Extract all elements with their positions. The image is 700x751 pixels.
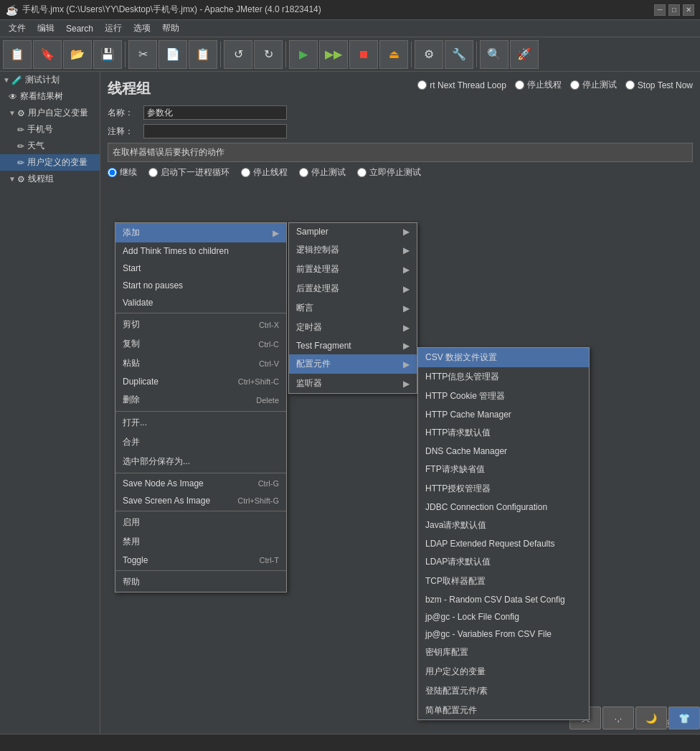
- toolbar-extra[interactable]: 🚀: [510, 40, 539, 69]
- ctx-item-merge[interactable]: 合并: [115, 433, 286, 452]
- toolbar-save[interactable]: 💾: [93, 40, 122, 69]
- menu-options[interactable]: 选项: [128, 21, 156, 36]
- sidebar-item-test-plan[interactable]: ▼ 🧪 测试计划: [0, 72, 100, 88]
- sidebar-item-user-defined[interactable]: ✏ 用户定义的变量: [0, 154, 100, 171]
- toolbar-sep-1: [125, 42, 126, 67]
- add-timer[interactable]: 定时器 ▶: [289, 318, 417, 337]
- ctx-item-start-no-pauses[interactable]: Start no pauses: [115, 277, 286, 294]
- http-cache-label: HTTP Cache Manager: [425, 410, 511, 420]
- menu-file[interactable]: 文件: [3, 21, 32, 36]
- ctx-item-copy[interactable]: 复制 Ctrl-C: [115, 334, 286, 354]
- ctx-item-cut[interactable]: 剪切 Ctrl-X: [115, 315, 286, 334]
- config-jdbc[interactable]: JDBC Connection Configuration: [418, 499, 589, 516]
- add-listener[interactable]: 监听器 ▶: [289, 374, 417, 393]
- listener-arrow: ▶: [403, 379, 410, 389]
- sidebar-item-label: 察看结果树: [20, 90, 63, 103]
- config-http-cache[interactable]: HTTP Cache Manager: [418, 406, 589, 423]
- toolbar-stop[interactable]: ⏹: [349, 40, 378, 69]
- toolbar-paste[interactable]: 📋: [189, 40, 217, 69]
- user-defined-icon: ✏: [17, 158, 24, 168]
- sidebar-item-result-tree[interactable]: 👁 察看结果树: [0, 88, 100, 105]
- config-ftp-defaults[interactable]: FTP请求缺省值: [418, 460, 589, 479]
- ctx-toggle-label: Toggle: [123, 555, 148, 565]
- sampler-label: Sampler: [296, 227, 328, 237]
- config-http-header[interactable]: HTTP信息头管理器: [418, 367, 589, 387]
- ctx-item-disable[interactable]: 禁用: [115, 532, 286, 552]
- toolbar-new[interactable]: 📋: [3, 40, 32, 69]
- toolbar-remote-stop[interactable]: 🔧: [445, 40, 473, 69]
- ctx-item-help[interactable]: 帮助: [115, 572, 286, 592]
- ctx-item-delete[interactable]: 删除 Delete: [115, 390, 286, 410]
- ctx-item-paste[interactable]: 粘贴 Ctrl-V: [115, 354, 286, 373]
- config-bzm[interactable]: bzm - Random CSV Data Set Config: [418, 591, 589, 608]
- sidebar-item-phone[interactable]: ✏ 手机号: [0, 121, 100, 138]
- toolbar-shutdown[interactable]: ⏏: [379, 40, 408, 69]
- add-pre-processor[interactable]: 前置处理器 ▶: [289, 260, 417, 279]
- config-ldap-extended[interactable]: LDAP Extended Request Defaults: [418, 535, 589, 552]
- ctx-save-node-label: Save Node As Image: [123, 478, 204, 488]
- window-title: 手机号.jmx (C:\Users\YY\Desktop\手机号.jmx) - …: [22, 4, 654, 16]
- ctx-item-save-selected[interactable]: 选中部分保存为...: [115, 452, 286, 471]
- menu-edit[interactable]: 编辑: [32, 21, 60, 36]
- ctx-item-enable[interactable]: 启用: [115, 513, 286, 532]
- ctx-item-add[interactable]: 添加 ▶: [115, 223, 286, 242]
- ctx-item-toggle[interactable]: Toggle Ctrl-T: [115, 552, 286, 569]
- toolbar-redo[interactable]: ↻: [254, 40, 283, 69]
- sidebar-item-label: 用户自定义变量: [28, 107, 88, 119]
- menu-run[interactable]: 运行: [99, 21, 128, 36]
- ldap-defaults-label: LDAP请求默认值: [425, 556, 491, 568]
- add-logic-controller[interactable]: 逻辑控制器 ▶: [289, 240, 417, 260]
- ctx-duplicate-label: Duplicate: [123, 377, 159, 387]
- config-keystore[interactable]: 密钥库配置: [418, 643, 589, 662]
- config-csv[interactable]: CSV 数据文件设置: [418, 348, 589, 367]
- config-java-defaults[interactable]: Java请求默认值: [418, 516, 589, 535]
- ctx-item-validate[interactable]: Validate: [115, 294, 286, 311]
- config-http-cookie[interactable]: HTTP Cookie 管理器: [418, 387, 589, 406]
- ctx-item-save-screen-image[interactable]: Save Screen As Image Ctrl+Shift-G: [115, 492, 286, 509]
- minimize-button[interactable]: ─: [654, 4, 666, 16]
- menu-search[interactable]: Search: [60, 22, 99, 35]
- menu-help[interactable]: 帮助: [156, 21, 185, 36]
- toolbar-templates[interactable]: 🔖: [33, 40, 62, 69]
- toolbar-copy[interactable]: 📄: [159, 40, 187, 69]
- toolbar-open[interactable]: 📂: [63, 40, 92, 69]
- toolbar-undo[interactable]: ↺: [224, 40, 252, 69]
- sidebar-item-user-vars[interactable]: ▼ ⚙ 用户自定义变量: [0, 105, 100, 121]
- sidebar-item-label: 用户定义的变量: [27, 156, 88, 169]
- ctx-think-times-label: Add Think Times to children: [123, 246, 229, 256]
- config-tcp[interactable]: TCP取样器配置: [418, 572, 589, 591]
- toolbar-start[interactable]: ▶: [289, 40, 318, 69]
- toolbar-sep-4: [411, 42, 412, 67]
- add-config-element[interactable]: 配置元件 ▶: [289, 354, 417, 374]
- add-assertion[interactable]: 断言 ▶: [289, 298, 417, 318]
- config-ldap-defaults[interactable]: LDAP请求默认值: [418, 552, 589, 572]
- ctx-item-think-times[interactable]: Add Think Times to children: [115, 242, 286, 260]
- config-http-auth[interactable]: HTTP授权管理器: [418, 479, 589, 499]
- ctx-item-start[interactable]: Start: [115, 260, 286, 277]
- ctx-item-duplicate[interactable]: Duplicate Ctrl+Shift-C: [115, 373, 286, 390]
- config-dns-cache[interactable]: DNS Cache Manager: [418, 443, 589, 460]
- close-button[interactable]: ✕: [683, 4, 694, 16]
- toolbar-start-no-pause[interactable]: ▶▶: [319, 40, 348, 69]
- add-post-processor[interactable]: 后置处理器 ▶: [289, 279, 417, 298]
- config-vars-from-csv[interactable]: jp@gc - Variables From CSV File: [418, 625, 589, 643]
- toolbar-remote-start[interactable]: ⚙: [415, 40, 443, 69]
- maximize-button[interactable]: □: [668, 4, 680, 16]
- add-test-fragment[interactable]: Test Fragment ▶: [289, 337, 417, 354]
- post-arrow: ▶: [403, 284, 410, 294]
- ctx-item-save-node-image[interactable]: Save Node As Image Ctrl-G: [115, 475, 286, 492]
- config-user-vars[interactable]: 用户定义的变量: [418, 662, 589, 681]
- add-sampler[interactable]: Sampler ▶: [289, 223, 417, 240]
- config-simple[interactable]: 简单配置元件: [418, 701, 589, 720]
- ctx-item-open[interactable]: 打开...: [115, 413, 286, 433]
- sidebar-item-weather[interactable]: ✏ 天气: [0, 138, 100, 154]
- ctx-disable-label: 禁用: [123, 536, 140, 548]
- config-login[interactable]: 登陆配置元件/素: [418, 681, 589, 701]
- toolbar-search[interactable]: 🔍: [480, 40, 509, 69]
- config-http-defaults[interactable]: HTTP请求默认值: [418, 423, 589, 443]
- sidebar-item-thread-group[interactable]: ▼ ⚙ 线程组: [0, 171, 100, 187]
- ctx-save-node-shortcut: Ctrl-G: [258, 479, 279, 488]
- config-lock-file[interactable]: jp@gc - Lock File Config: [418, 608, 589, 625]
- http-header-label: HTTP信息头管理器: [425, 371, 499, 383]
- toolbar-cut[interactable]: ✂: [128, 40, 157, 69]
